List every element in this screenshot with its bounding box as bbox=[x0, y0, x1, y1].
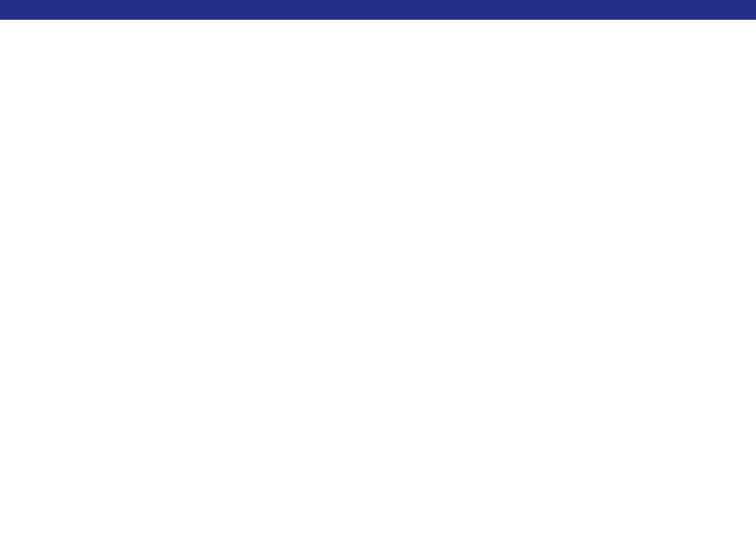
topbar bbox=[0, 0, 756, 20]
recent-results-page bbox=[0, 0, 756, 20]
